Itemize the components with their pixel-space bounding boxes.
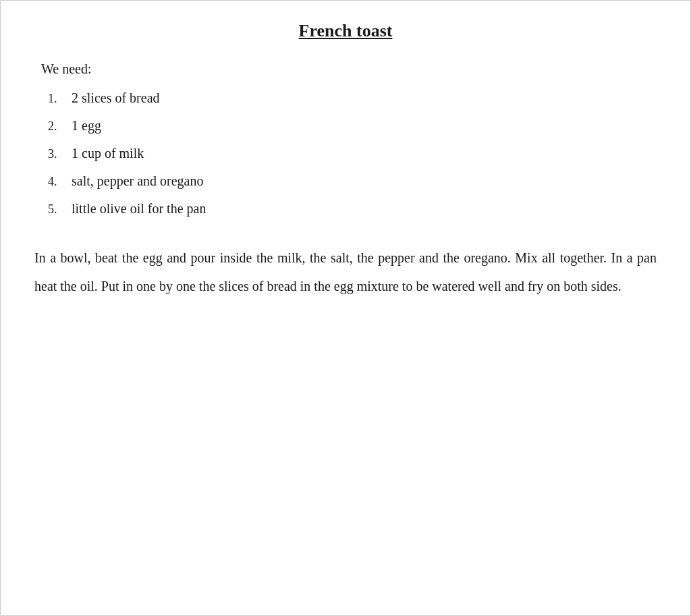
instructions-paragraph: In a bowl, beat the egg and pour inside … (34, 244, 657, 300)
list-item-number: 3. (48, 147, 72, 161)
list-item-number: 4. (48, 175, 72, 189)
list-item: 2.1 egg (48, 118, 657, 134)
list-item: 4.salt, pepper and oregano (48, 173, 657, 189)
ingredients-list: 1.2 slices of bread2.1 egg3.1 cup of mil… (34, 90, 657, 217)
page-container: French toast We need: 1.2 slices of brea… (0, 0, 691, 616)
list-item: 5.little olive oil for the pan (48, 201, 657, 217)
we-need-label: We need: (34, 61, 657, 77)
list-item-text: 1 egg (72, 118, 101, 134)
list-item-number: 2. (48, 119, 72, 134)
list-item-text: little olive oil for the pan (72, 201, 206, 217)
list-item-text: 2 slices of bread (72, 90, 160, 106)
list-item-text: 1 cup of milk (72, 146, 144, 161)
list-item-number: 1. (48, 92, 72, 106)
list-item-number: 5. (48, 202, 72, 217)
page-title: French toast (34, 21, 657, 41)
list-item: 3.1 cup of milk (48, 146, 657, 161)
list-item: 1.2 slices of bread (48, 90, 657, 106)
list-item-text: salt, pepper and oregano (72, 173, 203, 189)
